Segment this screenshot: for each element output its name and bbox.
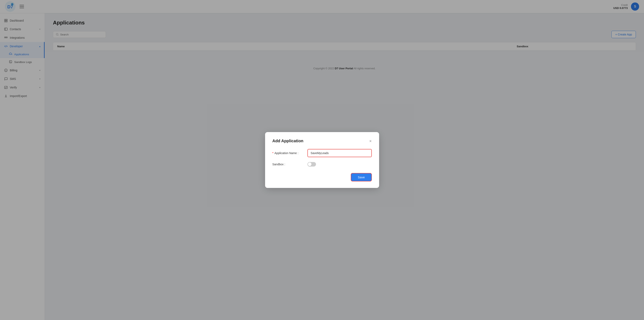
modal-overlay[interactable]: Add Application × * Application Name : S… bbox=[0, 0, 644, 320]
sandbox-row: Sandbox : bbox=[272, 162, 372, 167]
app-name-label: * Application Name : bbox=[272, 151, 305, 155]
modal-dialog: Add Application × * Application Name : S… bbox=[265, 132, 379, 188]
save-button[interactable]: Save bbox=[351, 173, 372, 181]
app-name-input[interactable] bbox=[308, 149, 372, 157]
app-name-row: * Application Name : bbox=[272, 149, 372, 157]
sandbox-label: Sandbox : bbox=[272, 163, 305, 166]
modal-footer: Save bbox=[272, 173, 372, 181]
sandbox-toggle[interactable] bbox=[308, 162, 316, 167]
app-name-label-text: Application Name : bbox=[274, 151, 298, 155]
modal-close-button[interactable]: × bbox=[369, 139, 372, 143]
modal-title: Add Application bbox=[272, 139, 304, 143]
required-star: * bbox=[272, 151, 274, 155]
modal-header: Add Application × bbox=[272, 139, 372, 143]
sandbox-label-text: Sandbox : bbox=[272, 163, 285, 166]
